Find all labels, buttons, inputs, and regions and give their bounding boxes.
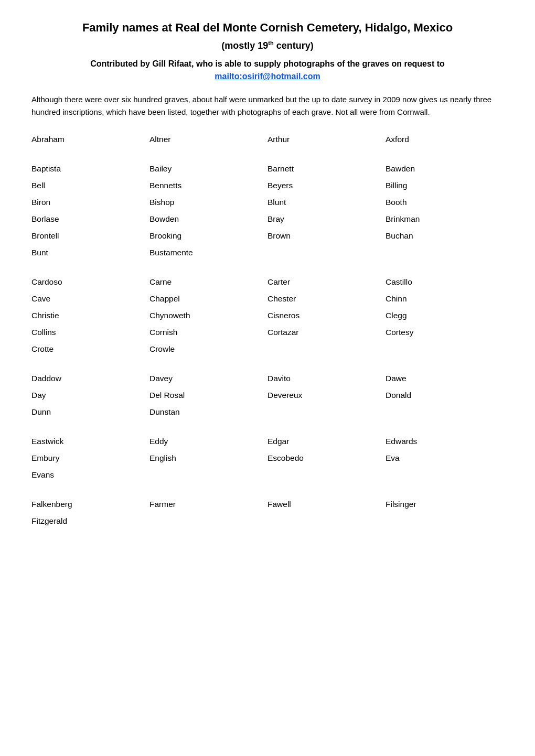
list-item: Brown xyxy=(268,228,386,244)
list-item: Dunstan xyxy=(149,404,268,420)
list-item: Del Rosal xyxy=(149,387,268,404)
list-item: Axford xyxy=(386,131,504,148)
list-item: Biron xyxy=(31,194,149,211)
list-item xyxy=(149,467,268,483)
list-item: Bunt xyxy=(31,244,149,261)
list-item: Bray xyxy=(268,211,386,228)
list-item: Cornish xyxy=(149,324,268,341)
list-item: Bustamente xyxy=(149,244,268,261)
list-item: Cortazar xyxy=(268,324,386,341)
list-item: Bishop xyxy=(149,194,268,211)
section-1: BaptistaBaileyBarnettBawdenBellBennettsB… xyxy=(31,160,504,261)
list-item: Chynoweth xyxy=(149,307,268,324)
section-2: CardosoCarneCarterCastilloCaveChappelChe… xyxy=(31,274,504,358)
list-item: Brinkman xyxy=(386,211,504,228)
list-item: Falkenberg xyxy=(31,496,149,513)
list-item: Beyers xyxy=(268,177,386,194)
list-item: Carne xyxy=(149,274,268,290)
list-item: Borlase xyxy=(31,211,149,228)
list-item: Chester xyxy=(268,290,386,307)
list-item: Castillo xyxy=(386,274,504,290)
section-3: DaddowDaveyDavitoDaweDayDel RosalDevereu… xyxy=(31,370,504,420)
list-item: Cisneros xyxy=(268,307,386,324)
list-item: Blunt xyxy=(268,194,386,211)
list-item: Carter xyxy=(268,274,386,290)
list-item: Edwards xyxy=(386,433,504,450)
list-item: Donald xyxy=(386,387,504,404)
section-4: EastwickEddyEdgarEdwardsEmburyEnglishEsc… xyxy=(31,433,504,483)
section-0: AbrahamAltnerArthurAxford xyxy=(31,131,504,148)
list-item: Buchan xyxy=(386,228,504,244)
email-link[interactable]: mailto:osirif@hotmail.com xyxy=(215,72,320,81)
list-item: Fawell xyxy=(268,496,386,513)
list-item xyxy=(149,513,268,530)
list-item: Farmer xyxy=(149,496,268,513)
intro-text: Although there were over six hundred gra… xyxy=(31,93,504,118)
list-item: Crowle xyxy=(149,341,268,358)
list-item: Altner xyxy=(149,131,268,148)
list-item: Daddow xyxy=(31,370,149,387)
list-item xyxy=(386,244,504,261)
list-item: Christie xyxy=(31,307,149,324)
list-item: Cave xyxy=(31,290,149,307)
list-item xyxy=(386,467,504,483)
list-item: Bell xyxy=(31,177,149,194)
list-item xyxy=(268,341,386,358)
list-item: Clegg xyxy=(386,307,504,324)
list-item: Fitzgerald xyxy=(31,513,149,530)
list-item: Bowden xyxy=(149,211,268,228)
list-item: Cardoso xyxy=(31,274,149,290)
list-item: Cortesy xyxy=(386,324,504,341)
list-item: Barnett xyxy=(268,160,386,177)
list-item: Escobedo xyxy=(268,450,386,467)
list-item: Bennetts xyxy=(149,177,268,194)
list-item: Abraham xyxy=(31,131,149,148)
list-item: Eva xyxy=(386,450,504,467)
list-item: Booth xyxy=(386,194,504,211)
list-item xyxy=(268,244,386,261)
list-item xyxy=(386,404,504,420)
list-item: Bawden xyxy=(386,160,504,177)
list-item xyxy=(386,341,504,358)
list-item: Devereux xyxy=(268,387,386,404)
list-item: Dunn xyxy=(31,404,149,420)
list-item: Davito xyxy=(268,370,386,387)
list-item xyxy=(386,513,504,530)
list-item: Eddy xyxy=(149,433,268,450)
list-item xyxy=(268,404,386,420)
list-item xyxy=(268,513,386,530)
list-item: Baptista xyxy=(31,160,149,177)
list-item: Billing xyxy=(386,177,504,194)
list-item: Embury xyxy=(31,450,149,467)
names-container: AbrahamAltnerArthurAxfordBaptistaBaileyB… xyxy=(31,131,504,530)
list-item: Dawe xyxy=(386,370,504,387)
list-item: Evans xyxy=(31,467,149,483)
contributed-by: Contributed by Gill Rifaat, who is able … xyxy=(31,58,504,83)
list-item: Filsinger xyxy=(386,496,504,513)
list-item: Brooking xyxy=(149,228,268,244)
list-item: Chappel xyxy=(149,290,268,307)
list-item: Bailey xyxy=(149,160,268,177)
list-item: Day xyxy=(31,387,149,404)
list-item: Eastwick xyxy=(31,433,149,450)
list-item: Crotte xyxy=(31,341,149,358)
list-item: Edgar xyxy=(268,433,386,450)
list-item: Collins xyxy=(31,324,149,341)
page-title: Family names at Real del Monte Cornish C… xyxy=(31,21,504,35)
century-subtitle: (mostly 19th century) xyxy=(31,40,504,51)
list-item: Brontell xyxy=(31,228,149,244)
list-item xyxy=(268,467,386,483)
list-item: English xyxy=(149,450,268,467)
list-item: Chinn xyxy=(386,290,504,307)
list-item: Davey xyxy=(149,370,268,387)
list-item: Arthur xyxy=(268,131,386,148)
section-5: FalkenbergFarmerFawellFilsingerFitzgeral… xyxy=(31,496,504,530)
